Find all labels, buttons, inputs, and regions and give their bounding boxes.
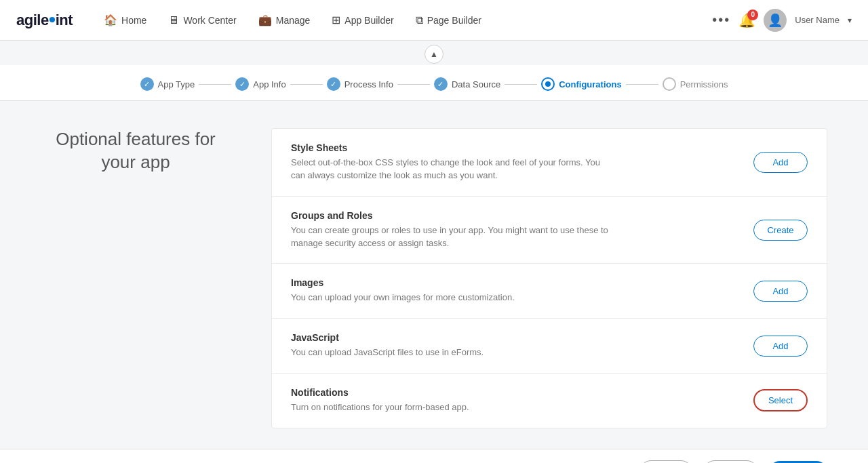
left-panel: Optional features for your app bbox=[41, 128, 231, 428]
check-icon bbox=[144, 80, 150, 89]
avatar-icon: 👤 bbox=[768, 13, 783, 28]
feature-btn-groups-and-roles[interactable]: Create bbox=[753, 220, 808, 241]
notification-badge: 0 bbox=[747, 9, 758, 20]
step-label-configurations: Configurations bbox=[559, 79, 621, 89]
top-navigation: agileint 🏠Home🖥Work Center💼Manage⊞App Bu… bbox=[0, 0, 868, 41]
nav-right: ••• 🔔 0 👤 User Name ▾ bbox=[712, 9, 852, 32]
nav-item-page-builder[interactable]: ⧉Page Builder bbox=[406, 9, 491, 32]
feature-info-images: Images You can upload your own images fo… bbox=[291, 277, 740, 304]
step-label-app-type: App Type bbox=[158, 79, 195, 89]
feature-title-notifications: Notifications bbox=[291, 387, 740, 398]
feature-info-style-sheets: Style Sheets Select out-of-the-box CSS s… bbox=[291, 142, 740, 182]
step-circle-configurations bbox=[541, 77, 555, 91]
step-line-2 bbox=[290, 84, 323, 85]
feature-desc-javascript: You can upload JavaScript files to use i… bbox=[291, 346, 616, 359]
chevron-down-icon[interactable]: ▾ bbox=[848, 16, 852, 25]
home-icon: 🏠 bbox=[104, 14, 117, 26]
step-line-1 bbox=[199, 84, 231, 85]
nav-label-page-builder: Page Builder bbox=[427, 15, 481, 26]
step-permissions[interactable]: Permissions bbox=[663, 77, 728, 91]
user-name[interactable]: User Name bbox=[795, 15, 840, 25]
step-label-permissions: Permissions bbox=[680, 79, 728, 89]
step-circle-data-source bbox=[434, 77, 448, 91]
app-builder-icon: ⊞ bbox=[332, 14, 340, 26]
nav-label-work-center: Work Center bbox=[183, 15, 236, 26]
feature-btn-notifications[interactable]: Select bbox=[753, 389, 808, 411]
feature-row-style-sheets: Style Sheets Select out-of-the-box CSS s… bbox=[272, 129, 827, 197]
feature-desc-images: You can upload your own images for more … bbox=[291, 291, 616, 304]
manage-icon: 💼 bbox=[258, 14, 272, 26]
feature-row-javascript: JavaScript You can upload JavaScript fil… bbox=[272, 319, 827, 374]
step-data-source: Data Source bbox=[434, 77, 500, 91]
nav-item-app-builder[interactable]: ⊞App Builder bbox=[322, 8, 403, 32]
logo-text: agileint bbox=[16, 12, 73, 29]
step-process-info: Process Info bbox=[327, 77, 393, 91]
page-builder-icon: ⧉ bbox=[416, 14, 423, 26]
step-circle-permissions bbox=[663, 77, 676, 91]
step-circle-process-info bbox=[327, 77, 340, 91]
avatar[interactable]: 👤 bbox=[764, 9, 787, 32]
feature-info-groups-and-roles: Groups and Roles You can create groups o… bbox=[291, 210, 740, 250]
check-icon bbox=[239, 80, 245, 89]
nav-items: 🏠Home🖥Work Center💼Manage⊞App Builder⧉Pag… bbox=[94, 8, 712, 32]
step-line-3 bbox=[397, 84, 430, 85]
notifications-bell[interactable]: 🔔 0 bbox=[738, 12, 755, 28]
step-label-data-source: Data Source bbox=[452, 79, 500, 89]
feature-row-notifications: Notifications Turn on notifications for … bbox=[272, 374, 827, 428]
stepper: App Type App Info Process Info Data Sour… bbox=[140, 77, 728, 91]
feature-btn-images[interactable]: Add bbox=[753, 281, 808, 302]
feature-row-groups-and-roles: Groups and Roles You can create groups o… bbox=[272, 197, 827, 264]
feature-title-javascript: JavaScript bbox=[291, 332, 740, 343]
nav-item-work-center[interactable]: 🖥Work Center bbox=[159, 9, 245, 32]
step-circle-app-type bbox=[140, 77, 154, 91]
nav-label-home: Home bbox=[121, 15, 146, 26]
step-label-process-info: Process Info bbox=[344, 79, 393, 89]
feature-info-notifications: Notifications Turn on notifications for … bbox=[291, 387, 740, 414]
back-button[interactable]: Back bbox=[703, 460, 758, 463]
step-configurations[interactable]: Configurations bbox=[541, 77, 621, 91]
logo[interactable]: agileint bbox=[16, 12, 73, 29]
step-app-info: App Info bbox=[235, 77, 285, 91]
main-content: Optional features for your app Style She… bbox=[0, 101, 868, 449]
footer-bar: Cancel Skip Back Next bbox=[0, 449, 868, 463]
step-circle-app-info bbox=[235, 77, 249, 91]
step-label-app-info: App Info bbox=[253, 79, 285, 89]
feature-desc-groups-and-roles: You can create groups or roles to use in… bbox=[291, 224, 616, 250]
feature-btn-javascript[interactable]: Add bbox=[753, 336, 808, 357]
feature-title-groups-and-roles: Groups and Roles bbox=[291, 210, 740, 221]
stepper-container: App Type App Info Process Info Data Sour… bbox=[0, 65, 868, 101]
feature-info-javascript: JavaScript You can upload JavaScript fil… bbox=[291, 332, 740, 359]
step-line-4 bbox=[505, 84, 537, 85]
feature-title-style-sheets: Style Sheets bbox=[291, 142, 740, 153]
more-options-button[interactable]: ••• bbox=[712, 12, 730, 28]
nav-label-manage: Manage bbox=[276, 15, 311, 26]
step-app-type: App Type bbox=[140, 77, 195, 91]
logo-dot bbox=[50, 17, 55, 22]
skip-button[interactable]: Skip bbox=[639, 460, 692, 463]
features-panel: Style Sheets Select out-of-the-box CSS s… bbox=[271, 128, 827, 428]
active-dot bbox=[545, 81, 551, 87]
feature-btn-style-sheets[interactable]: Add bbox=[753, 152, 808, 173]
feature-desc-notifications: Turn on notifications for your form-base… bbox=[291, 401, 616, 414]
step-line-5 bbox=[626, 84, 658, 85]
work-center-icon: 🖥 bbox=[168, 14, 179, 26]
collapse-button[interactable]: ▲ bbox=[425, 45, 443, 64]
feature-title-images: Images bbox=[291, 277, 740, 288]
collapse-bar: ▲ bbox=[0, 41, 868, 65]
page-title: Optional features for your app bbox=[41, 128, 231, 174]
feature-desc-style-sheets: Select out-of-the-box CSS styles to chan… bbox=[291, 157, 616, 182]
nav-label-app-builder: App Builder bbox=[344, 15, 393, 26]
check-icon bbox=[330, 80, 336, 89]
feature-row-images: Images You can upload your own images fo… bbox=[272, 264, 827, 319]
nav-item-home[interactable]: 🏠Home bbox=[94, 8, 156, 32]
nav-item-manage[interactable]: 💼Manage bbox=[249, 8, 320, 32]
check-icon bbox=[437, 80, 443, 89]
